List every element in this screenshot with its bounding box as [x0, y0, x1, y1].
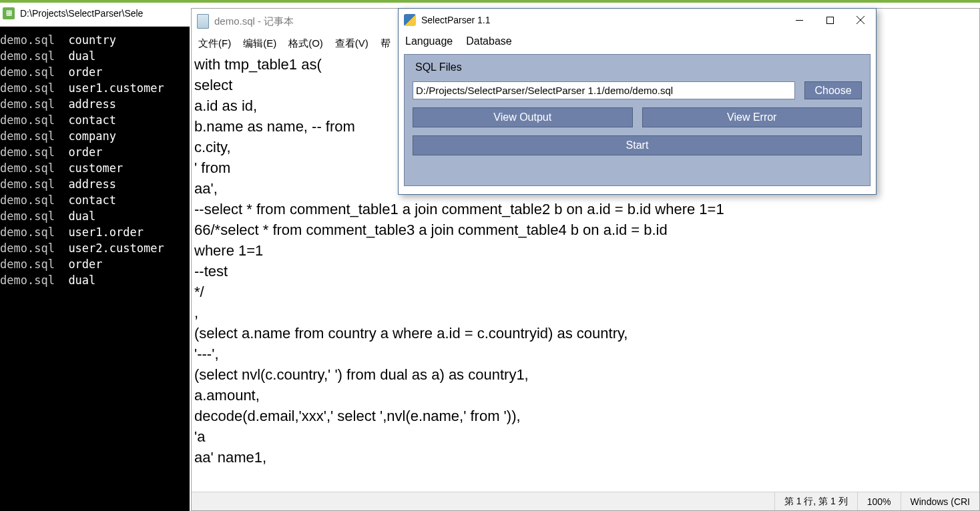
console-line: demo.sql address: [0, 96, 190, 112]
parser-window: SelectParser 1.1 Language Database SQL F…: [398, 8, 877, 195]
console-body[interactable]: demo.sql countrydemo.sql dualdemo.sql or…: [0, 27, 190, 511]
start-button[interactable]: Start: [413, 135, 862, 155]
console-line: demo.sql order: [0, 256, 190, 272]
close-button[interactable]: [845, 10, 876, 30]
choose-button[interactable]: Choose: [804, 81, 862, 99]
notepad-icon: [197, 14, 209, 29]
parser-body: SQL Files Choose View Output View Error …: [404, 54, 871, 186]
menu-language[interactable]: Language: [405, 35, 453, 47]
status-encoding: Windows (CRI: [901, 492, 979, 510]
console-title-text: D:\Projects\SelectParser\Sele: [20, 8, 143, 19]
console-line: demo.sql address: [0, 176, 190, 192]
parser-menubar: Language Database: [399, 31, 876, 51]
console-window: ⊞ D:\Projects\SelectParser\Sele demo.sql…: [0, 0, 190, 511]
console-line: demo.sql dual: [0, 48, 190, 64]
console-line: demo.sql company: [0, 128, 190, 144]
console-line: demo.sql order: [0, 144, 190, 160]
minimize-button[interactable]: [784, 10, 814, 30]
view-error-button[interactable]: View Error: [642, 107, 863, 127]
menu-file[interactable]: 文件(F): [196, 36, 234, 51]
top-border: [0, 0, 980, 3]
console-icon: ⊞: [3, 7, 15, 19]
console-line: demo.sql order: [0, 64, 190, 80]
parser-titlebar[interactable]: SelectParser 1.1: [399, 9, 876, 31]
parser-title-text: SelectParser 1.1: [421, 15, 491, 25]
console-line: demo.sql country: [0, 32, 190, 48]
menu-database[interactable]: Database: [466, 35, 512, 47]
console-line: demo.sql dual: [0, 208, 190, 224]
console-line: demo.sql user1.customer: [0, 80, 190, 96]
console-line: demo.sql customer: [0, 160, 190, 176]
view-output-button[interactable]: View Output: [413, 107, 633, 127]
status-position: 第 1 行, 第 1 列: [774, 492, 857, 510]
console-line: demo.sql user1.order: [0, 224, 190, 240]
python-icon: [404, 14, 416, 26]
status-zoom: 100%: [857, 492, 901, 510]
sql-files-label: SQL Files: [413, 61, 862, 73]
notepad-title-text: demo.sql - 记事本: [214, 15, 294, 28]
console-line: demo.sql dual: [0, 272, 190, 288]
notepad-statusbar: 第 1 行, 第 1 列 100% Windows (CRI: [192, 492, 979, 510]
sql-path-input[interactable]: [413, 81, 795, 99]
menu-help[interactable]: 帮: [378, 36, 393, 51]
svg-rect-1: [826, 17, 833, 23]
menu-format[interactable]: 格式(O): [286, 36, 326, 51]
console-line: demo.sql contact: [0, 192, 190, 208]
maximize-button[interactable]: [814, 10, 845, 30]
console-titlebar[interactable]: ⊞ D:\Projects\SelectParser\Sele: [0, 0, 190, 27]
menu-edit[interactable]: 编辑(E): [240, 36, 279, 51]
console-line: demo.sql user2.customer: [0, 240, 190, 256]
console-line: demo.sql contact: [0, 112, 190, 128]
menu-view[interactable]: 查看(V): [332, 36, 371, 51]
